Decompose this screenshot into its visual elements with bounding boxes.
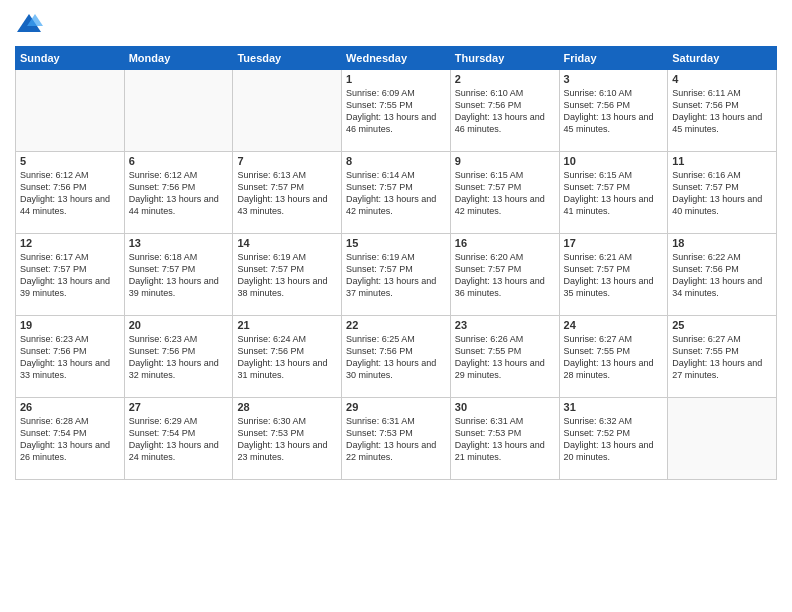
calendar-cell: 4Sunrise: 6:11 AMSunset: 7:56 PMDaylight… — [668, 70, 777, 152]
calendar-cell: 14Sunrise: 6:19 AMSunset: 7:57 PMDayligh… — [233, 234, 342, 316]
cell-details: Sunrise: 6:21 AMSunset: 7:57 PMDaylight:… — [564, 251, 664, 300]
calendar-cell: 7Sunrise: 6:13 AMSunset: 7:57 PMDaylight… — [233, 152, 342, 234]
week-row-3: 12Sunrise: 6:17 AMSunset: 7:57 PMDayligh… — [16, 234, 777, 316]
calendar-body: 1Sunrise: 6:09 AMSunset: 7:55 PMDaylight… — [16, 70, 777, 480]
calendar-cell: 17Sunrise: 6:21 AMSunset: 7:57 PMDayligh… — [559, 234, 668, 316]
cell-details: Sunrise: 6:20 AMSunset: 7:57 PMDaylight:… — [455, 251, 555, 300]
week-row-1: 1Sunrise: 6:09 AMSunset: 7:55 PMDaylight… — [16, 70, 777, 152]
cell-details: Sunrise: 6:12 AMSunset: 7:56 PMDaylight:… — [20, 169, 120, 218]
day-number: 21 — [237, 319, 337, 331]
day-number: 1 — [346, 73, 446, 85]
cell-details: Sunrise: 6:12 AMSunset: 7:56 PMDaylight:… — [129, 169, 229, 218]
calendar-cell: 15Sunrise: 6:19 AMSunset: 7:57 PMDayligh… — [342, 234, 451, 316]
cell-details: Sunrise: 6:15 AMSunset: 7:57 PMDaylight:… — [564, 169, 664, 218]
day-number: 6 — [129, 155, 229, 167]
day-number: 4 — [672, 73, 772, 85]
calendar-cell — [233, 70, 342, 152]
calendar-table: SundayMondayTuesdayWednesdayThursdayFrid… — [15, 46, 777, 480]
day-number: 31 — [564, 401, 664, 413]
cell-details: Sunrise: 6:31 AMSunset: 7:53 PMDaylight:… — [346, 415, 446, 464]
calendar-cell: 10Sunrise: 6:15 AMSunset: 7:57 PMDayligh… — [559, 152, 668, 234]
day-number: 28 — [237, 401, 337, 413]
day-number: 8 — [346, 155, 446, 167]
calendar-header: SundayMondayTuesdayWednesdayThursdayFrid… — [16, 47, 777, 70]
day-number: 20 — [129, 319, 229, 331]
day-number: 24 — [564, 319, 664, 331]
header — [15, 10, 777, 38]
calendar-cell: 18Sunrise: 6:22 AMSunset: 7:56 PMDayligh… — [668, 234, 777, 316]
weekday-header-wednesday: Wednesday — [342, 47, 451, 70]
cell-details: Sunrise: 6:28 AMSunset: 7:54 PMDaylight:… — [20, 415, 120, 464]
calendar-cell: 16Sunrise: 6:20 AMSunset: 7:57 PMDayligh… — [450, 234, 559, 316]
week-row-5: 26Sunrise: 6:28 AMSunset: 7:54 PMDayligh… — [16, 398, 777, 480]
cell-details: Sunrise: 6:22 AMSunset: 7:56 PMDaylight:… — [672, 251, 772, 300]
calendar-cell: 2Sunrise: 6:10 AMSunset: 7:56 PMDaylight… — [450, 70, 559, 152]
cell-details: Sunrise: 6:23 AMSunset: 7:56 PMDaylight:… — [129, 333, 229, 382]
cell-details: Sunrise: 6:16 AMSunset: 7:57 PMDaylight:… — [672, 169, 772, 218]
calendar-cell: 9Sunrise: 6:15 AMSunset: 7:57 PMDaylight… — [450, 152, 559, 234]
cell-details: Sunrise: 6:10 AMSunset: 7:56 PMDaylight:… — [455, 87, 555, 136]
weekday-header-saturday: Saturday — [668, 47, 777, 70]
week-row-4: 19Sunrise: 6:23 AMSunset: 7:56 PMDayligh… — [16, 316, 777, 398]
weekday-header-sunday: Sunday — [16, 47, 125, 70]
calendar-cell: 3Sunrise: 6:10 AMSunset: 7:56 PMDaylight… — [559, 70, 668, 152]
cell-details: Sunrise: 6:13 AMSunset: 7:57 PMDaylight:… — [237, 169, 337, 218]
day-number: 7 — [237, 155, 337, 167]
cell-details: Sunrise: 6:24 AMSunset: 7:56 PMDaylight:… — [237, 333, 337, 382]
logo — [15, 10, 47, 38]
day-number: 13 — [129, 237, 229, 249]
calendar-cell — [124, 70, 233, 152]
day-number: 3 — [564, 73, 664, 85]
day-number: 19 — [20, 319, 120, 331]
calendar-cell: 19Sunrise: 6:23 AMSunset: 7:56 PMDayligh… — [16, 316, 125, 398]
day-number: 12 — [20, 237, 120, 249]
cell-details: Sunrise: 6:29 AMSunset: 7:54 PMDaylight:… — [129, 415, 229, 464]
cell-details: Sunrise: 6:26 AMSunset: 7:55 PMDaylight:… — [455, 333, 555, 382]
cell-details: Sunrise: 6:18 AMSunset: 7:57 PMDaylight:… — [129, 251, 229, 300]
calendar-cell — [668, 398, 777, 480]
day-number: 18 — [672, 237, 772, 249]
page: SundayMondayTuesdayWednesdayThursdayFrid… — [0, 0, 792, 612]
cell-details: Sunrise: 6:27 AMSunset: 7:55 PMDaylight:… — [564, 333, 664, 382]
cell-details: Sunrise: 6:11 AMSunset: 7:56 PMDaylight:… — [672, 87, 772, 136]
day-number: 10 — [564, 155, 664, 167]
cell-details: Sunrise: 6:09 AMSunset: 7:55 PMDaylight:… — [346, 87, 446, 136]
cell-details: Sunrise: 6:25 AMSunset: 7:56 PMDaylight:… — [346, 333, 446, 382]
cell-details: Sunrise: 6:19 AMSunset: 7:57 PMDaylight:… — [237, 251, 337, 300]
day-number: 17 — [564, 237, 664, 249]
cell-details: Sunrise: 6:23 AMSunset: 7:56 PMDaylight:… — [20, 333, 120, 382]
weekday-header-tuesday: Tuesday — [233, 47, 342, 70]
calendar-cell: 31Sunrise: 6:32 AMSunset: 7:52 PMDayligh… — [559, 398, 668, 480]
calendar-cell: 28Sunrise: 6:30 AMSunset: 7:53 PMDayligh… — [233, 398, 342, 480]
weekday-row: SundayMondayTuesdayWednesdayThursdayFrid… — [16, 47, 777, 70]
week-row-2: 5Sunrise: 6:12 AMSunset: 7:56 PMDaylight… — [16, 152, 777, 234]
day-number: 25 — [672, 319, 772, 331]
weekday-header-monday: Monday — [124, 47, 233, 70]
weekday-header-friday: Friday — [559, 47, 668, 70]
day-number: 27 — [129, 401, 229, 413]
cell-details: Sunrise: 6:31 AMSunset: 7:53 PMDaylight:… — [455, 415, 555, 464]
logo-icon — [15, 10, 43, 38]
calendar-cell — [16, 70, 125, 152]
calendar-cell: 25Sunrise: 6:27 AMSunset: 7:55 PMDayligh… — [668, 316, 777, 398]
calendar-cell: 1Sunrise: 6:09 AMSunset: 7:55 PMDaylight… — [342, 70, 451, 152]
day-number: 5 — [20, 155, 120, 167]
calendar-cell: 23Sunrise: 6:26 AMSunset: 7:55 PMDayligh… — [450, 316, 559, 398]
day-number: 14 — [237, 237, 337, 249]
day-number: 26 — [20, 401, 120, 413]
day-number: 23 — [455, 319, 555, 331]
calendar-cell: 21Sunrise: 6:24 AMSunset: 7:56 PMDayligh… — [233, 316, 342, 398]
weekday-header-thursday: Thursday — [450, 47, 559, 70]
calendar-cell: 22Sunrise: 6:25 AMSunset: 7:56 PMDayligh… — [342, 316, 451, 398]
calendar-cell: 26Sunrise: 6:28 AMSunset: 7:54 PMDayligh… — [16, 398, 125, 480]
cell-details: Sunrise: 6:27 AMSunset: 7:55 PMDaylight:… — [672, 333, 772, 382]
day-number: 16 — [455, 237, 555, 249]
day-number: 11 — [672, 155, 772, 167]
calendar-cell: 20Sunrise: 6:23 AMSunset: 7:56 PMDayligh… — [124, 316, 233, 398]
cell-details: Sunrise: 6:17 AMSunset: 7:57 PMDaylight:… — [20, 251, 120, 300]
cell-details: Sunrise: 6:19 AMSunset: 7:57 PMDaylight:… — [346, 251, 446, 300]
day-number: 2 — [455, 73, 555, 85]
cell-details: Sunrise: 6:32 AMSunset: 7:52 PMDaylight:… — [564, 415, 664, 464]
calendar-cell: 5Sunrise: 6:12 AMSunset: 7:56 PMDaylight… — [16, 152, 125, 234]
day-number: 15 — [346, 237, 446, 249]
